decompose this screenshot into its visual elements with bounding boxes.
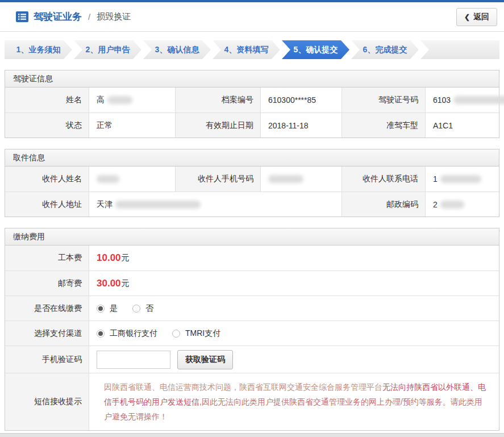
sms-notice-text: 因陕西省联通、电信运营商技术问题，陕西省互联网交通安全综合服务管理平台无法向持陕… [97, 373, 499, 430]
table-row: 姓名 高 档案编号 610300****85 驾驶证号码 6103 [5, 88, 499, 113]
list-icon [16, 11, 28, 22]
sms-notice-label: 短信接收提示 [5, 373, 89, 430]
work-fee-label: 工本费 [5, 245, 89, 270]
table-row: 手机验证码 获取验证码 [5, 346, 499, 373]
step-5-confirm-submit: 5、确认提交 [282, 40, 349, 59]
get-sms-code-button[interactable]: 获取验证码 [177, 350, 233, 369]
step-3-confirm-info: 3、确认信息 [143, 40, 211, 59]
online-pay-label: 是否在线缴费 [5, 296, 89, 321]
mail-fee-value: 30.00 元 [89, 271, 499, 296]
fee-section-title: 缴纳费用 [5, 228, 499, 245]
redacted-blur [440, 201, 464, 209]
license-number-label: 驾驶证号码 [342, 88, 426, 113]
recipient-mobile-value [261, 167, 342, 192]
table-row: 状态 正常 有效期止日期 2018-11-18 准驾车型 A1C1 [5, 113, 499, 138]
pickup-info-section: 取件信息 收件人姓名 收件人手机号码 收件人联系电话 1 收件人地址 天津 邮政… [5, 149, 499, 217]
channel-tmri-label: TMRI支付 [185, 328, 220, 339]
zip-code-label: 邮政编码 [342, 192, 426, 217]
license-section-title: 驾驶证信息 [5, 70, 499, 88]
status-value: 正常 [89, 113, 176, 138]
recipient-mobile-label: 收件人手机号码 [176, 167, 261, 192]
chevron-left-icon: ❮ [464, 13, 470, 21]
channel-icbc-radio[interactable] [97, 330, 105, 338]
recipient-name-label: 收件人姓名 [5, 167, 89, 192]
online-pay-no-label: 否 [145, 303, 153, 314]
channel-icbc-label: 工商银行支付 [110, 328, 157, 339]
recipient-phone-value: 1 [426, 167, 499, 192]
page-header: 驾驶证业务 / 损毁换证 ❮ 返回 [0, 2, 504, 32]
zip-code-value: 2 [426, 192, 499, 217]
work-fee-value: 10.00 元 [89, 245, 499, 270]
table-row: 邮寄费 30.00 元 [5, 270, 499, 296]
recipient-address-value: 天津 [89, 192, 342, 217]
recipient-address-label: 收件人地址 [5, 192, 89, 217]
redacted-blur [107, 96, 132, 104]
file-number-label: 档案编号 [176, 88, 261, 113]
name-value: 高 [89, 88, 176, 113]
license-info-section: 驾驶证信息 姓名 高 档案编号 610300****85 驾驶证号码 6103 … [5, 70, 499, 138]
online-pay-yes-label: 是 [110, 303, 118, 314]
back-button-label: 返回 [473, 12, 489, 22]
vehicle-class-label: 准驾车型 [342, 113, 426, 138]
file-number-value: 610300****85 [261, 88, 342, 113]
channel-tmri-radio[interactable] [172, 330, 180, 338]
table-row: 工本费 10.00 元 [5, 245, 499, 270]
step-4-fill-data: 4、资料填写 [213, 40, 280, 59]
online-pay-yes-radio[interactable] [97, 305, 105, 313]
page-subtitle: 损毁换证 [97, 11, 131, 22]
table-row: 短信接收提示 因陕西省联通、电信运营商技术问题，陕西省互联网交通安全综合服务管理… [5, 373, 499, 430]
table-row: 是否在线缴费 是 否 [5, 296, 499, 321]
recipient-name-value [89, 167, 176, 192]
table-row: 选择支付渠道 工商银行支付 TMRI支付 [5, 321, 499, 346]
redacted-blur [268, 175, 303, 183]
fee-section: 缴纳费用 工本费 10.00 元 邮寄费 30.00 元 是否在线缴费 是 否 … [5, 228, 499, 431]
license-number-value: 6103 [426, 88, 504, 113]
redacted-blur [440, 175, 481, 183]
work-fee-unit: 元 [122, 253, 130, 263]
back-button[interactable]: ❮ 返回 [456, 8, 497, 26]
step-1-business-notice: 1、业务须知 [5, 40, 72, 59]
recipient-phone-label: 收件人联系电话 [342, 167, 426, 192]
bottom-strip [0, 433, 504, 437]
pickup-section-title: 取件信息 [5, 149, 499, 167]
mail-fee-unit: 元 [122, 278, 130, 289]
step-6-complete-submit: 6、完成提交 [351, 40, 419, 59]
status-label: 状态 [5, 113, 89, 138]
redacted-blur [97, 175, 119, 183]
mail-fee-label: 邮寄费 [5, 271, 89, 296]
sms-code-input[interactable] [97, 351, 170, 369]
expiry-date-label: 有效期止日期 [176, 113, 261, 138]
vehicle-class-value: A1C1 [426, 113, 499, 138]
step-progress-bar: 1、业务须知 2、用户申告 3、确认信息 4、资料填写 5、确认提交 6、完成提… [5, 40, 499, 59]
sms-code-label: 手机验证码 [5, 346, 89, 373]
step-bar-filler [420, 40, 499, 59]
page-title: 驾驶证业务 [34, 10, 82, 23]
name-label: 姓名 [5, 88, 89, 113]
work-fee-amount: 10.00 [97, 252, 121, 264]
expiry-date-value: 2018-11-18 [261, 113, 342, 138]
table-row: 收件人地址 天津 邮政编码 2 [5, 192, 499, 217]
pay-channel-label: 选择支付渠道 [5, 321, 89, 346]
redacted-blur [453, 96, 504, 104]
mail-fee-amount: 30.00 [97, 278, 121, 289]
title-divider: / [88, 12, 90, 22]
online-pay-no-radio[interactable] [132, 305, 140, 313]
redacted-blur [115, 201, 201, 209]
step-2-user-declaration: 2、用户申告 [74, 40, 141, 59]
table-row: 收件人姓名 收件人手机号码 收件人联系电话 1 [5, 167, 499, 192]
